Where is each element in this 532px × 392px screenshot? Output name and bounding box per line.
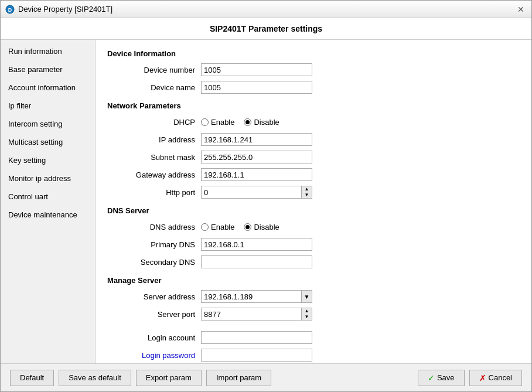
- server-port-down-btn[interactable]: ▼: [302, 314, 312, 320]
- sidebar-item-base-parameter[interactable]: Base parameter: [1, 60, 95, 79]
- content-area: Run information Base parameter Account i…: [1, 40, 531, 363]
- device-number-row: Device number: [107, 63, 520, 77]
- http-port-up-btn[interactable]: ▲: [302, 186, 312, 192]
- sidebar-item-intercom-setting[interactable]: Intercom setting: [1, 115, 95, 133]
- default-button[interactable]: Default: [10, 370, 54, 386]
- window-icon: D: [5, 5, 15, 14]
- section-device-info-title: Device Information: [107, 49, 520, 58]
- dns-enable-radio[interactable]: [201, 223, 209, 231]
- save-button[interactable]: ✓ Save: [418, 370, 465, 386]
- server-address-input[interactable]: [201, 290, 302, 303]
- server-address-dropdown: ▼: [201, 290, 312, 303]
- primary-dns-row: Primary DNS: [107, 237, 520, 251]
- dhcp-enable-option[interactable]: Enable: [201, 118, 234, 127]
- login-password-label: Login password: [107, 351, 201, 360]
- server-port-label: Server port: [107, 310, 201, 319]
- section-manage-server-title: Manage Server: [107, 276, 520, 285]
- dns-radio-group: Enable Disable: [201, 223, 279, 231]
- subnet-mask-row: Subnet mask: [107, 150, 520, 164]
- server-port-up-btn[interactable]: ▲: [302, 308, 312, 314]
- device-number-input[interactable]: [201, 63, 312, 76]
- login-password-input[interactable]: [201, 349, 312, 362]
- cancel-button[interactable]: ✗ Cancel: [469, 370, 522, 386]
- close-button[interactable]: ✕: [515, 4, 527, 15]
- server-port-spinner-buttons: ▲ ▼: [302, 308, 312, 321]
- subnet-mask-label: Subnet mask: [107, 153, 201, 162]
- cancel-x-icon: ✗: [479, 373, 486, 383]
- dns-enable-option[interactable]: Enable: [201, 223, 234, 231]
- dialog-title: SIP2401T Parameter settings: [210, 24, 322, 33]
- sidebar-item-control-uart[interactable]: Control uart: [1, 188, 95, 206]
- ip-address-input[interactable]: [201, 133, 312, 146]
- dns-disable-label: Disable: [254, 223, 279, 231]
- dhcp-label: DHCP: [107, 118, 201, 127]
- device-name-input[interactable]: [201, 81, 312, 94]
- title-bar: D Device Property [SIP2401T] ✕: [1, 1, 531, 18]
- cancel-label: Cancel: [489, 373, 512, 382]
- dns-disable-option[interactable]: Disable: [244, 223, 279, 231]
- save-as-default-button[interactable]: Save as default: [59, 370, 131, 386]
- gateway-address-input[interactable]: [201, 168, 312, 181]
- server-address-row: Server address ▼: [107, 289, 520, 304]
- dhcp-disable-radio[interactable]: [244, 118, 251, 126]
- device-name-label: Device name: [107, 83, 201, 92]
- save-check-icon: ✓: [428, 373, 435, 383]
- device-number-label: Device number: [107, 66, 201, 74]
- http-port-spinner-buttons: ▲ ▼: [302, 186, 312, 199]
- section-dns-server-title: DNS Server: [107, 206, 520, 215]
- main-window: D Device Property [SIP2401T] ✕ SIP2401T …: [0, 0, 532, 392]
- primary-dns-label: Primary DNS: [107, 240, 201, 249]
- login-account-label: Login account: [107, 333, 201, 342]
- title-bar-left: D Device Property [SIP2401T]: [5, 5, 112, 14]
- server-address-dropdown-btn[interactable]: ▼: [302, 290, 312, 303]
- sidebar-item-key-setting[interactable]: Key setting: [1, 151, 95, 169]
- sidebar: Run information Base parameter Account i…: [1, 40, 96, 363]
- http-port-row: Http port ▲ ▼: [107, 185, 520, 199]
- secondary-dns-row: Secondary DNS: [107, 255, 520, 269]
- primary-dns-input[interactable]: [201, 238, 312, 251]
- login-account-input[interactable]: [201, 331, 312, 344]
- dhcp-enable-radio[interactable]: [201, 118, 209, 126]
- sidebar-item-device-maintenance[interactable]: Device maintenance: [1, 206, 95, 224]
- secondary-dns-label: Secondary DNS: [107, 258, 201, 267]
- login-account-row: Login account: [107, 330, 520, 345]
- footer: Default Save as default Export param Imp…: [1, 363, 531, 391]
- login-password-row: Login password: [107, 348, 520, 362]
- ip-address-row: IP address: [107, 132, 520, 146]
- http-port-label: Http port: [107, 188, 201, 197]
- sidebar-item-ip-filter[interactable]: Ip filter: [1, 97, 95, 115]
- sidebar-item-multicast-setting[interactable]: Multicast setting: [1, 133, 95, 151]
- sidebar-item-run-information[interactable]: Run information: [1, 42, 95, 60]
- device-name-row: Device name: [107, 80, 520, 94]
- dns-address-label: DNS address: [107, 223, 201, 231]
- gateway-address-row: Gateway address: [107, 168, 520, 182]
- save-label: Save: [437, 373, 455, 382]
- export-param-button[interactable]: Export param: [136, 370, 202, 386]
- ip-address-label: IP address: [107, 135, 201, 144]
- sidebar-item-account-information[interactable]: Account information: [1, 79, 95, 97]
- main-panel: Device Information Device number Device …: [96, 40, 531, 363]
- server-port-spinner: ▲ ▼: [201, 308, 312, 321]
- section-network-params-title: Network Parameters: [107, 101, 520, 110]
- dns-enable-label: Enable: [211, 223, 234, 231]
- secondary-dns-input[interactable]: [201, 255, 312, 268]
- server-port-row: Server port ▲ ▼: [107, 307, 520, 321]
- http-port-down-btn[interactable]: ▼: [302, 192, 312, 198]
- sidebar-item-monitor-ip-address[interactable]: Monitor ip address: [1, 169, 95, 188]
- dialog-header: SIP2401T Parameter settings: [1, 18, 531, 40]
- http-port-input[interactable]: [201, 186, 302, 199]
- svg-text:D: D: [8, 7, 12, 13]
- dhcp-row: DHCP Enable Disable: [107, 115, 520, 129]
- dhcp-disable-option[interactable]: Disable: [244, 118, 279, 127]
- dhcp-enable-label: Enable: [211, 118, 234, 127]
- import-param-button[interactable]: Import param: [206, 370, 271, 386]
- gateway-address-label: Gateway address: [107, 171, 201, 179]
- server-address-label: Server address: [107, 292, 201, 301]
- dhcp-disable-label: Disable: [254, 118, 279, 127]
- dns-disable-radio[interactable]: [244, 223, 251, 231]
- window-title: Device Property [SIP2401T]: [18, 5, 112, 13]
- http-port-spinner: ▲ ▼: [201, 186, 312, 199]
- subnet-mask-input[interactable]: [201, 151, 312, 163]
- dns-address-row: DNS address Enable Disable: [107, 220, 520, 234]
- server-port-input[interactable]: [201, 308, 302, 321]
